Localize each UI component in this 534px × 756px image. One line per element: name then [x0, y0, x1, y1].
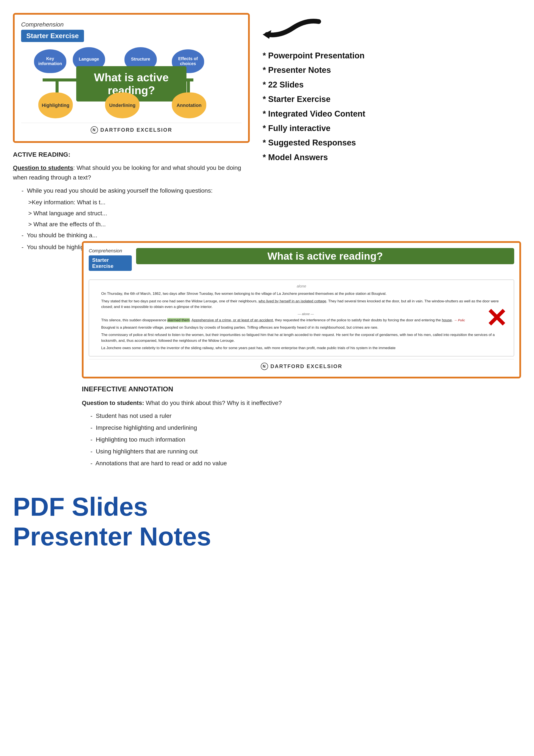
passage-annotation-mid: — alone — [101, 311, 510, 316]
feature-item-0: * Powerpoint Presentation [263, 50, 521, 61]
passage-annotation: alone [92, 284, 510, 289]
dartford-text: DARTFORD EXCELSIOR [100, 127, 172, 133]
notes1-title: ACTIVE READING: [13, 149, 250, 160]
dartford-logo-icon: N [90, 126, 98, 134]
passage-line-3: Bougival is a pleasant riverside village… [101, 325, 510, 330]
notes1-bullet2: - You should be thinking a... [21, 230, 250, 240]
notes2-question: Question to students: What do you think … [82, 398, 521, 408]
slide1-header-label: Comprehension [21, 21, 242, 28]
second-slide-card: Comprehension Starter Exercise What is a… [82, 241, 521, 378]
passage-line-1: They stated that for two days past no on… [101, 298, 510, 310]
feature-item-1: * Presenter Notes [263, 65, 521, 75]
notes2-section: INEFFECTIVE ANNOTATION Question to stude… [82, 378, 521, 468]
svg-text:N: N [263, 364, 266, 368]
arrow-back [263, 17, 521, 44]
slide1-starter-badge: Starter Exercise [21, 30, 84, 42]
second-slide-spacer [13, 241, 73, 470]
feature-item-4: * Integrated Video Content [263, 109, 521, 119]
passage-line-4: The commissary of police at first refuse… [101, 332, 510, 343]
pdf-title-line1: PDF Slides [13, 492, 521, 522]
cloud-bot-3: Annotation [172, 93, 206, 118]
notes1-question-label: Question to students [13, 164, 73, 171]
slide1-card: Comprehension Starter Exercise Key infor… [13, 13, 250, 143]
pdf-title-line2: Presenter Notes [13, 522, 521, 551]
slide2-dartford-icon: N [261, 363, 268, 370]
cloud-bot-1: Highlighting [38, 93, 73, 118]
slide2-left-col: Comprehension Starter Exercise [89, 248, 132, 276]
notes1-sub1: >Key information: What is t... [21, 198, 250, 207]
bottom-section: PDF Slides Presenter Notes [0, 479, 534, 569]
feature-item-6: * Suggested Responses [263, 138, 521, 148]
passage-line-2: This silence, this sudden disappearance … [101, 317, 510, 323]
notes1-question: Question to students: What should you be… [13, 163, 250, 182]
text-passage: alone ✕ On Thursday, the 6th of March, 1… [89, 280, 514, 357]
second-slide-wrapper: Comprehension Starter Exercise What is a… [0, 241, 534, 479]
notes1-bullet1: - While you read you should be asking yo… [21, 186, 250, 196]
notes2-title: INEFFECTIVE ANNOTATION [82, 384, 521, 394]
feature-item-2: * 22 Slides [263, 80, 521, 90]
notes1-sub2: > What language and struct... [21, 209, 250, 218]
feature-item-7: * Model Answers [263, 152, 521, 163]
notes1-sub3: > What are the effects of th... [21, 220, 250, 229]
slide2-header-label: Comprehension [89, 248, 132, 254]
cloud-bot-2: Underlining [105, 93, 140, 118]
feature-list: * Powerpoint Presentation * Presenter No… [263, 50, 521, 163]
feature-item-3: * Starter Exercise [263, 94, 521, 104]
notes2-question-text: What do you think about this? Why is it … [144, 399, 282, 406]
feature-item-5: * Fully interactive [263, 123, 521, 134]
passage-line-5: La Jonchere owes some celebrity to the i… [101, 345, 510, 351]
notes2-bullet-1: - Imprecise highlighting and underlining [90, 423, 521, 433]
slide2-top-row: Comprehension Starter Exercise What is a… [89, 248, 514, 276]
slide2-dartford-text: DARTFORD EXCELSIOR [270, 363, 343, 369]
slide2-right-col: What is active reading? [136, 248, 514, 264]
slide2-dartford-logo: N DARTFORD EXCELSIOR [89, 359, 514, 373]
svg-text:N: N [92, 128, 96, 132]
slide2-starter-badge: Starter Exercise [89, 256, 132, 271]
second-slide-content: Comprehension Starter Exercise What is a… [82, 241, 521, 470]
cloud-top-1: Key information [34, 49, 66, 73]
cross-mark: ✕ [486, 305, 507, 331]
top-section: Comprehension Starter Exercise Key infor… [0, 0, 534, 258]
svg-marker-2 [263, 30, 271, 39]
notes2-question-label: Question to students: [82, 399, 144, 406]
slide2-title-box: What is active reading? [136, 248, 514, 264]
mindmap-title: What is active reading? [86, 71, 177, 97]
passage-line-0: On Thursday, the 6th of March, 1862, two… [101, 291, 510, 297]
notes2-bullet-3: - Using highlighters that are running ou… [90, 447, 521, 456]
slide2-title-text: What is active reading? [140, 250, 510, 262]
notes2-bullet-0: - Student has not used a ruler [90, 411, 521, 421]
slide1-preview: Comprehension Starter Exercise Key infor… [13, 13, 250, 258]
notes2-bullet-4: - Annotations that are hard to read or a… [90, 459, 521, 468]
arrow-icon [263, 17, 323, 43]
passage-body: On Thursday, the 6th of March, 1862, two… [92, 291, 510, 351]
mindmap-area: Key information Language Structure Effec… [21, 47, 242, 121]
notes2-bullet-2: - Highlighting too much information [90, 435, 521, 445]
right-panel: * Powerpoint Presentation * Presenter No… [263, 13, 521, 258]
dartford-logo: N DARTFORD EXCELSIOR [21, 122, 242, 137]
